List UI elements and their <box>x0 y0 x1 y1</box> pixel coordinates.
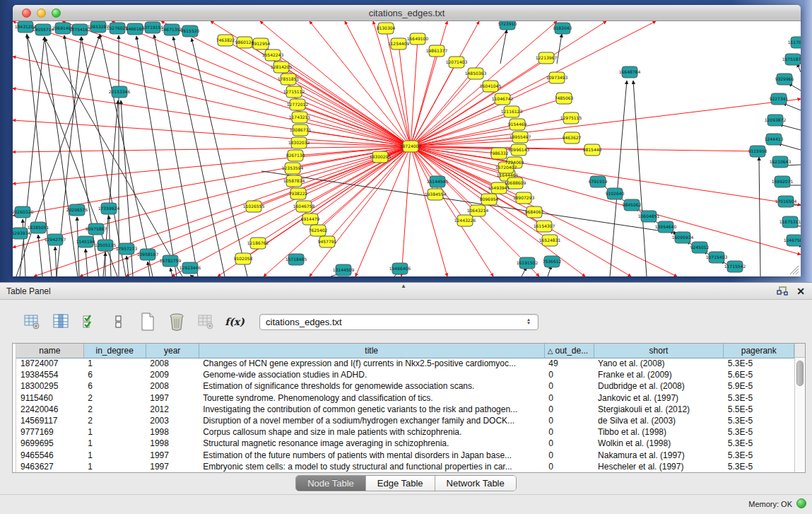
table-cell[interactable]: 0 <box>544 461 594 472</box>
table-cell[interactable]: Franke et al. (2009) <box>594 369 724 380</box>
table-cell[interactable]: 0 <box>544 404 594 415</box>
table-cell[interactable]: 2009 <box>146 369 199 380</box>
table-cell[interactable]: 9699695 <box>16 438 83 449</box>
table-cell[interactable]: de Silva et al. (2003) <box>594 415 724 426</box>
table-cell[interactable]: 1 <box>83 438 146 449</box>
table-cell[interactable]: Tibbo et al. (1998) <box>594 426 724 438</box>
table-row[interactable]: 946362711997Embryonic stem cells: a mode… <box>16 461 794 472</box>
table-cell[interactable]: Estimation of significance thresholds fo… <box>199 380 544 392</box>
table-cell[interactable]: 5.3E-5 <box>724 438 794 449</box>
table-cell[interactable]: Genome-wide association studies in ADHD. <box>199 369 544 380</box>
table-cell[interactable]: Wolkin et al. (1998) <box>594 438 724 449</box>
table-cell[interactable]: 0 <box>544 369 594 380</box>
table-cell[interactable]: 5.5E-5 <box>724 404 794 415</box>
window-titlebar[interactable]: citations_edges.txt <box>13 5 801 21</box>
scrollbar-thumb[interactable] <box>796 361 804 386</box>
table-cell[interactable]: 1 <box>83 426 146 438</box>
column-header-in_degree[interactable]: in_degree <box>83 344 146 358</box>
table-cell[interactable]: Changes of HCN gene expression and I(f) … <box>199 358 544 369</box>
column-header-title[interactable]: title <box>199 344 544 358</box>
table-cell[interactable]: 0 <box>544 426 594 438</box>
table-cell[interactable]: 0 <box>544 415 594 426</box>
table-cell[interactable]: Disruption of a novel member of a sodium… <box>199 415 544 426</box>
row-height-button[interactable] <box>110 313 128 331</box>
network-canvas[interactable]: 1843120414055714206914061275416710653287… <box>13 21 801 276</box>
new-table-button[interactable] <box>139 313 157 331</box>
network-graph[interactable]: 1843120414055714206914061275416710653287… <box>13 21 801 276</box>
table-cell[interactable]: Jankovic et al. (1997) <box>594 392 724 404</box>
table-cell[interactable]: 5.3E-5 <box>724 461 794 472</box>
table-cell[interactable]: 2 <box>83 415 146 426</box>
table-cell[interactable]: 1997 <box>146 392 199 404</box>
splitter-handle-icon[interactable]: ▲ <box>401 283 406 289</box>
table-cell[interactable]: 5.3E-5 <box>724 415 794 426</box>
column-header-pagerank[interactable]: pagerank <box>724 344 794 358</box>
table-cell[interactable]: 2008 <box>146 358 199 369</box>
table-cell[interactable]: Nakamura et al. (1997) <box>594 450 724 461</box>
table-row[interactable]: 977716911998Corpus callosum shape and si… <box>16 426 794 438</box>
table-cell[interactable]: 0 <box>544 380 594 392</box>
table-cell[interactable]: 19384554 <box>16 369 83 380</box>
table-cell[interactable]: 5.3E-5 <box>724 392 794 404</box>
table-scrollbar[interactable] <box>794 344 805 472</box>
column-header-out_de[interactable]: △out_de... <box>544 344 594 358</box>
table-row[interactable]: 1872400712008Changes of HCN gene express… <box>16 358 794 369</box>
table-cell[interactable]: 0 <box>544 438 594 449</box>
table-cell[interactable]: 9463627 <box>16 461 83 472</box>
table-cell[interactable]: 1998 <box>146 426 199 438</box>
table-cell[interactable]: 2 <box>83 392 146 404</box>
table-cell[interactable]: Tourette syndrome. Phenomenology and cla… <box>199 392 544 404</box>
table-row[interactable]: 969969511998Structural magnetic resonanc… <box>16 438 794 449</box>
resize-grip[interactable] <box>790 266 799 274</box>
table-cell[interactable]: 1998 <box>146 438 199 449</box>
table-cell[interactable]: 6 <box>83 369 146 380</box>
table-cell[interactable]: Yano et al. (2008) <box>594 358 724 369</box>
table-cell[interactable]: 22420046 <box>16 404 83 415</box>
column-header-year[interactable]: year <box>146 344 199 358</box>
table-mode-button[interactable] <box>23 313 41 331</box>
table-cell[interactable]: 2003 <box>146 415 199 426</box>
node-table-grid[interactable]: namein_degreeyeartitle△out_de...shortpag… <box>16 344 794 472</box>
tab-edge-table[interactable]: Edge Table <box>366 476 435 491</box>
select-column-button[interactable] <box>52 313 70 331</box>
delete-table-button[interactable] <box>167 313 186 331</box>
table-cell[interactable]: 1 <box>83 450 146 461</box>
table-cell[interactable]: 0 <box>544 450 594 461</box>
table-cell[interactable]: 5.9E-5 <box>724 380 794 392</box>
float-panel-icon[interactable] <box>777 286 788 296</box>
table-cell[interactable]: 0 <box>544 392 594 404</box>
table-cell[interactable]: Hescheler et al. (1997) <box>594 461 724 472</box>
table-cell[interactable]: 5.6E-5 <box>724 369 794 380</box>
table-cell[interactable]: 2012 <box>146 404 199 415</box>
memory-ok-indicator-icon[interactable] <box>796 498 806 508</box>
table-row[interactable]: 1830029562008Estimation of significance … <box>16 380 794 392</box>
table-cell[interactable]: Investigating the contribution of common… <box>199 404 544 415</box>
table-cell[interactable]: Estimation of the future numbers of pati… <box>199 450 544 461</box>
select-attributes-button[interactable] <box>81 313 99 331</box>
table-cell[interactable]: 1 <box>83 358 146 369</box>
table-row[interactable]: 2242004622012Investigating the contribut… <box>16 404 794 415</box>
table-cell[interactable]: Embryonic stem cells: a model to study s… <box>199 461 544 472</box>
table-cell[interactable]: 49 <box>544 358 594 369</box>
table-cell[interactable]: 6 <box>83 380 146 392</box>
table-selector-dropdown[interactable]: citations_edges.txt ▲▼ <box>259 314 539 330</box>
table-cell[interactable]: Stergiakouli et al. (2012) <box>594 404 724 415</box>
table-cell[interactable]: 2 <box>83 404 146 415</box>
table-cell[interactable]: 9115460 <box>16 392 83 404</box>
table-cell[interactable]: 9465546 <box>16 450 83 461</box>
table-cell[interactable]: 14569117 <box>16 415 83 426</box>
table-row[interactable]: 1456911722003Disruption of a novel membe… <box>16 415 794 426</box>
tab-network-table[interactable]: Network Table <box>435 476 516 491</box>
table-cell[interactable]: 2008 <box>146 380 199 392</box>
table-row[interactable]: 946554611997Estimation of the future num… <box>16 450 794 461</box>
function-builder-button[interactable]: f(x) <box>225 313 244 331</box>
column-header-name[interactable]: name <box>16 344 83 358</box>
table-cell[interactable]: 5.3E-5 <box>724 426 794 438</box>
tab-node-table[interactable]: Node Table <box>296 476 366 491</box>
table-cell[interactable]: Corpus callosum shape and size in male p… <box>199 426 544 438</box>
table-cell[interactable]: 1 <box>83 461 146 472</box>
table-cell[interactable]: Structural magnetic resonance image aver… <box>199 438 544 449</box>
column-header-short[interactable]: short <box>594 344 724 358</box>
table-cell[interactable]: Dudbridge et al. (2008) <box>594 380 724 392</box>
table-cell[interactable]: 5.3E-5 <box>724 450 794 461</box>
